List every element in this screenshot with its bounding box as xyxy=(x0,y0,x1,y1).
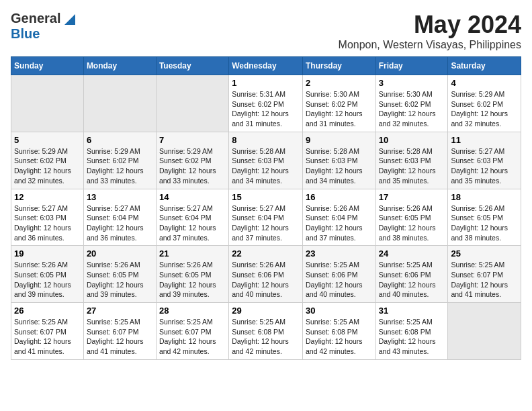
sunrise-text: Sunrise: 5:26 AM xyxy=(379,203,445,214)
calendar-cell: 23 Sunrise: 5:25 AM Sunset: 6:06 PM Dayl… xyxy=(302,246,375,303)
calendar-cell: 31 Sunrise: 5:25 AM Sunset: 6:08 PM Dayl… xyxy=(375,303,448,360)
calendar-cell xyxy=(448,303,521,360)
sunrise-text: Sunrise: 5:25 AM xyxy=(306,317,373,327)
daylight-text: Daylight: 12 hours and 32 minutes. xyxy=(379,109,445,128)
day-number: 22 xyxy=(232,248,300,259)
calendar-cell: 24 Sunrise: 5:25 AM Sunset: 6:06 PM Dayl… xyxy=(375,246,448,303)
calendar-cell: 3 Sunrise: 5:30 AM Sunset: 6:02 PM Dayli… xyxy=(375,75,448,132)
sunrise-text: Sunrise: 5:30 AM xyxy=(379,89,445,99)
sunrise-text: Sunrise: 5:26 AM xyxy=(451,203,518,214)
calendar-cell: 17 Sunrise: 5:26 AM Sunset: 6:05 PM Dayl… xyxy=(375,189,448,246)
logo: General Blue xyxy=(11,11,75,42)
day-number: 17 xyxy=(379,192,445,202)
day-number: 10 xyxy=(379,135,445,145)
sunset-text: Sunset: 6:05 PM xyxy=(379,213,445,223)
sunset-text: Sunset: 6:07 PM xyxy=(14,327,81,337)
sunrise-text: Sunrise: 5:29 AM xyxy=(451,89,518,99)
sunset-text: Sunset: 6:03 PM xyxy=(306,156,373,166)
day-number: 25 xyxy=(451,248,518,259)
daylight-text: Daylight: 12 hours and 37 minutes. xyxy=(306,223,373,242)
day-number: 6 xyxy=(87,135,153,145)
calendar-week-4: 19 Sunrise: 5:26 AM Sunset: 6:05 PM Dayl… xyxy=(11,246,521,303)
sunset-text: Sunset: 6:02 PM xyxy=(87,156,153,166)
title-block: May 2024 Monpon, Western Visayas, Philip… xyxy=(339,11,521,51)
calendar-cell: 27 Sunrise: 5:25 AM Sunset: 6:07 PM Dayl… xyxy=(83,303,156,360)
sunset-text: Sunset: 6:07 PM xyxy=(87,327,153,337)
calendar-cell: 13 Sunrise: 5:27 AM Sunset: 6:04 PM Dayl… xyxy=(83,189,156,246)
sunset-text: Sunset: 6:03 PM xyxy=(14,213,81,223)
daylight-text: Daylight: 12 hours and 42 minutes. xyxy=(232,336,300,356)
sunset-text: Sunset: 6:05 PM xyxy=(159,270,226,280)
header-day-thursday: Thursday xyxy=(302,57,375,75)
sunset-text: Sunset: 6:02 PM xyxy=(14,156,81,166)
calendar-cell: 4 Sunrise: 5:29 AM Sunset: 6:02 PM Dayli… xyxy=(448,75,521,132)
day-number: 20 xyxy=(87,248,153,259)
sunset-text: Sunset: 6:04 PM xyxy=(87,213,153,223)
daylight-text: Daylight: 12 hours and 31 minutes. xyxy=(232,109,300,128)
sunrise-text: Sunrise: 5:25 AM xyxy=(232,317,300,327)
calendar-cell: 20 Sunrise: 5:26 AM Sunset: 6:05 PM Dayl… xyxy=(83,246,156,303)
sunset-text: Sunset: 6:04 PM xyxy=(306,213,373,223)
header-day-tuesday: Tuesday xyxy=(156,57,228,75)
daylight-text: Daylight: 12 hours and 43 minutes. xyxy=(379,336,445,356)
sunrise-text: Sunrise: 5:25 AM xyxy=(87,317,153,327)
daylight-text: Daylight: 12 hours and 42 minutes. xyxy=(306,336,373,356)
page-header: General Blue May 2024 Monpon, Western Vi… xyxy=(11,11,521,51)
sunrise-text: Sunrise: 5:31 AM xyxy=(232,89,300,99)
calendar-cell: 7 Sunrise: 5:29 AM Sunset: 6:02 PM Dayli… xyxy=(156,132,228,189)
calendar-header-row: SundayMondayTuesdayWednesdayThursdayFrid… xyxy=(11,57,521,75)
calendar-cell: 14 Sunrise: 5:27 AM Sunset: 6:04 PM Dayl… xyxy=(156,189,228,246)
daylight-text: Daylight: 12 hours and 35 minutes. xyxy=(379,166,445,185)
header-day-sunday: Sunday xyxy=(11,57,84,75)
calendar-cell: 29 Sunrise: 5:25 AM Sunset: 6:08 PM Dayl… xyxy=(229,303,303,360)
calendar-cell xyxy=(11,75,84,132)
day-number: 2 xyxy=(306,78,373,88)
sunrise-text: Sunrise: 5:26 AM xyxy=(306,203,373,214)
day-number: 31 xyxy=(379,306,445,316)
calendar-cell: 8 Sunrise: 5:28 AM Sunset: 6:03 PM Dayli… xyxy=(229,132,303,189)
day-number: 29 xyxy=(232,306,300,316)
day-number: 27 xyxy=(87,306,153,316)
sunset-text: Sunset: 6:03 PM xyxy=(451,156,518,166)
day-number: 26 xyxy=(14,306,81,316)
day-number: 9 xyxy=(306,135,373,145)
calendar-cell: 28 Sunrise: 5:25 AM Sunset: 6:07 PM Dayl… xyxy=(156,303,228,360)
sunset-text: Sunset: 6:03 PM xyxy=(232,156,300,166)
calendar-cell: 18 Sunrise: 5:26 AM Sunset: 6:05 PM Dayl… xyxy=(448,189,521,246)
daylight-text: Daylight: 12 hours and 41 minutes. xyxy=(451,280,518,300)
sunrise-text: Sunrise: 5:26 AM xyxy=(87,260,153,270)
day-number: 5 xyxy=(14,135,81,145)
day-number: 24 xyxy=(379,248,445,259)
day-number: 18 xyxy=(451,192,518,202)
header-day-monday: Monday xyxy=(83,57,156,75)
page-title: May 2024 xyxy=(339,11,521,39)
calendar-cell: 1 Sunrise: 5:31 AM Sunset: 6:02 PM Dayli… xyxy=(229,75,303,132)
calendar-cell: 26 Sunrise: 5:25 AM Sunset: 6:07 PM Dayl… xyxy=(11,303,84,360)
calendar-table: SundayMondayTuesdayWednesdayThursdayFrid… xyxy=(11,56,521,360)
day-number: 14 xyxy=(159,192,226,202)
sunrise-text: Sunrise: 5:25 AM xyxy=(379,317,445,327)
daylight-text: Daylight: 12 hours and 32 minutes. xyxy=(14,166,81,185)
sunrise-text: Sunrise: 5:28 AM xyxy=(379,146,445,156)
sunset-text: Sunset: 6:02 PM xyxy=(379,99,445,109)
sunset-text: Sunset: 6:02 PM xyxy=(159,156,226,166)
logo-general: General xyxy=(11,11,60,26)
calendar-cell xyxy=(83,75,156,132)
sunset-text: Sunset: 6:05 PM xyxy=(87,270,153,280)
sunrise-text: Sunrise: 5:27 AM xyxy=(87,203,153,214)
day-number: 28 xyxy=(159,306,226,316)
sunset-text: Sunset: 6:06 PM xyxy=(232,270,300,280)
daylight-text: Daylight: 12 hours and 34 minutes. xyxy=(306,166,373,185)
day-number: 30 xyxy=(306,306,373,316)
sunrise-text: Sunrise: 5:29 AM xyxy=(14,146,81,156)
day-number: 23 xyxy=(306,248,373,259)
daylight-text: Daylight: 12 hours and 35 minutes. xyxy=(451,166,518,185)
day-number: 19 xyxy=(14,248,81,259)
calendar-cell: 15 Sunrise: 5:27 AM Sunset: 6:04 PM Dayl… xyxy=(229,189,303,246)
calendar-cell: 30 Sunrise: 5:25 AM Sunset: 6:08 PM Dayl… xyxy=(302,303,375,360)
day-number: 21 xyxy=(159,248,226,259)
daylight-text: Daylight: 12 hours and 31 minutes. xyxy=(306,109,373,128)
calendar-body: 1 Sunrise: 5:31 AM Sunset: 6:02 PM Dayli… xyxy=(11,75,521,360)
sunrise-text: Sunrise: 5:27 AM xyxy=(14,203,81,214)
header-day-wednesday: Wednesday xyxy=(229,57,303,75)
